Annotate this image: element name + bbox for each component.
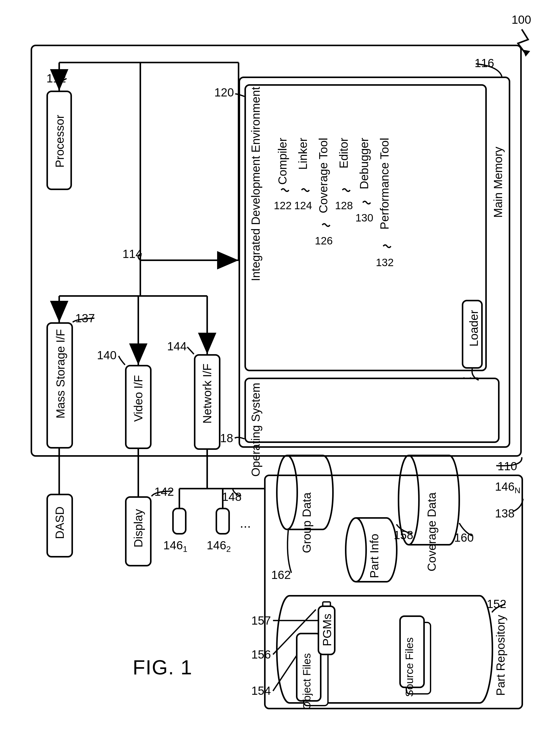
figure-label: FIG. 1: [133, 656, 193, 679]
ref-158: 158: [394, 528, 413, 542]
pgms-label: PGMs: [320, 614, 334, 646]
ref-160: 160: [454, 531, 474, 544]
ref-114: 114: [122, 247, 142, 261]
main-memory-label: Main Memory: [491, 147, 505, 218]
processor-label: Processor: [53, 115, 67, 168]
ref-124: 124: [294, 200, 312, 212]
diagram-container: 100 110 Processor 112 Main Memory 116 In…: [0, 0, 559, 756]
ref-112: 112: [46, 71, 66, 85]
debugger-label: Debugger: [357, 138, 371, 189]
ref-137: 137: [75, 311, 95, 325]
ref-132: 132: [376, 257, 394, 269]
editor-label: Editor: [337, 138, 351, 169]
ref-126: 126: [315, 235, 333, 247]
ide-box: [244, 84, 487, 371]
ref-144: 144: [167, 339, 187, 353]
linker-label: Linker: [296, 138, 310, 170]
ref-154: 154: [251, 684, 271, 697]
ref-146-1: 1461: [163, 538, 187, 554]
performance-tool-label: Performance Tool: [378, 138, 392, 230]
mass-storage-label: Mass Storage I/F: [53, 329, 67, 419]
dasd-label: DASD: [53, 507, 67, 539]
os-box: [244, 378, 499, 443]
ref-110: 110: [497, 459, 517, 473]
coverage-tool-label: Coverage Tool: [316, 138, 330, 213]
ref-152: 152: [487, 597, 507, 611]
ref-156: 156: [251, 648, 271, 661]
ref-100: 100: [512, 13, 531, 26]
ref-148: 148: [222, 490, 242, 504]
ref-140: 140: [97, 348, 117, 362]
ref-157: 157: [251, 614, 271, 627]
object-files-label: Object Files: [302, 653, 312, 710]
ref-142: 142: [154, 485, 174, 498]
ref-146-2: 1462: [207, 538, 231, 554]
video-if-label: Video I/F: [131, 375, 145, 422]
ref-122: 122: [274, 200, 292, 212]
os-label: Operating System: [249, 383, 263, 476]
coverage-data-label: Coverage Data: [425, 492, 439, 571]
display-label: Display: [131, 509, 145, 548]
ref-128: 128: [335, 200, 353, 212]
part-info-label: Part Info: [367, 534, 381, 578]
ref-146-n: 146N: [495, 480, 520, 495]
ref-116: 116: [474, 56, 494, 70]
loader-label: Loader: [467, 310, 481, 347]
compiler-label: Compiler: [275, 138, 289, 185]
ref-138: 138: [495, 507, 515, 520]
network-node-1: [172, 508, 186, 535]
network-node-2: [216, 508, 230, 535]
ref-162: 162: [271, 568, 291, 582]
network-if-label: Network I/F: [200, 363, 214, 424]
ide-label: Integrated Development Environment: [249, 87, 263, 281]
source-files-label: Source Files: [404, 637, 414, 697]
ref-120: 120: [214, 86, 234, 99]
group-data-label: Group Data: [300, 492, 314, 553]
part-repository-label: Part Repository: [494, 615, 508, 696]
ellipsis: ...: [240, 515, 251, 531]
ref-130: 130: [355, 212, 373, 224]
